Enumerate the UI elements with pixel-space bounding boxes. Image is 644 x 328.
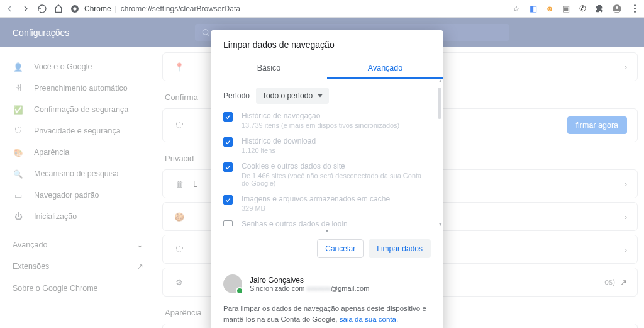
chevron-right-icon: › — [625, 245, 627, 254]
sidebar-item-privacy[interactable]: 🛡Privacidade e segurança — [0, 120, 156, 142]
period-label: Período — [223, 91, 250, 100]
sidebar-item-label: Aparência — [34, 148, 69, 157]
reload-icon[interactable] — [36, 3, 48, 14]
checkbox-subtitle: 1.120 itens — [242, 147, 316, 154]
scroll-up-icon[interactable]: ▴ — [439, 79, 442, 84]
chevron-right-icon: › — [625, 62, 627, 72]
checkbox-subtitle: De 1.466 sites (você não será desconecta… — [242, 172, 431, 187]
sidebar-item-label: Avançado — [13, 240, 47, 249]
chevron-down-icon: ⌄ — [136, 240, 143, 249]
extension-icon-1[interactable]: ◧ — [528, 4, 538, 14]
tab-advanced[interactable]: Avançado — [327, 57, 443, 79]
external-icon: ↗ — [136, 262, 143, 271]
clear-data-button[interactable]: Limpar dados — [369, 239, 431, 258]
checkbox-icon[interactable] — [223, 162, 233, 172]
sign-out-link[interactable]: saia da sua conta — [340, 315, 396, 323]
sidebar-about[interactable]: Sobre o Google Chrome — [0, 278, 156, 299]
extension-icon-2[interactable]: ☻ — [545, 4, 555, 14]
extension-icon-4[interactable]: ✆ — [577, 4, 587, 14]
sidebar-item-label: Inicialização — [34, 212, 77, 221]
profile-icon[interactable] — [611, 3, 623, 14]
scroll-thumb[interactable] — [438, 88, 441, 119]
account-row: Jairo Gonçalves Sincronizado com xxxxxxx… — [211, 267, 443, 300]
sidebar-item-label: Você e o Google — [34, 62, 92, 71]
sidebar-advanced[interactable]: Avançado⌄ — [0, 234, 156, 256]
shield-icon: 🛡 — [13, 125, 24, 137]
address-bar[interactable]: Chrome | chrome://settings/clearBrowserD… — [69, 3, 506, 14]
checkbox-title: Histórico de navegação — [242, 111, 399, 120]
back-icon[interactable] — [4, 3, 15, 14]
extensions-icon[interactable] — [594, 3, 605, 14]
chevron-right-icon: › — [625, 179, 627, 189]
forward-icon[interactable] — [20, 3, 31, 14]
checkbox-subtitle: 329 MB — [242, 205, 390, 212]
page-title: Configurações — [13, 28, 69, 38]
period-select[interactable]: Todo o período — [256, 88, 329, 104]
sidebar-item-search[interactable]: 🔍Mecanismo de pesquisa — [0, 163, 156, 184]
svg-line-5 — [208, 34, 209, 36]
trash-icon: 🗑 — [173, 178, 186, 190]
cookie-icon: 🍪 — [173, 210, 186, 223]
checkbox-icon[interactable] — [223, 112, 233, 122]
home-icon[interactable] — [53, 3, 64, 14]
external-icon: ↗ — [620, 278, 627, 287]
scrollbar[interactable]: ▴ ▾ — [438, 79, 441, 226]
avatar — [223, 274, 242, 293]
sidebar-item-appearance[interactable]: 🎨Aparência — [0, 142, 156, 163]
settings-sidebar: 👤Você e o Google 🗄Preenchimento automáti… — [0, 47, 156, 328]
star-icon[interactable]: ☆ — [511, 3, 522, 14]
svg-point-3 — [616, 6, 618, 9]
checkbox-title: Histórico de download — [242, 137, 316, 145]
checkbox-row-cookies[interactable]: Cookies e outros dados do siteDe 1.466 s… — [223, 162, 431, 187]
sidebar-item-you-google[interactable]: 👤Você e o Google — [0, 56, 156, 77]
shield-check-icon: 🛡 — [173, 119, 186, 132]
checkbox-icon[interactable] — [223, 137, 233, 147]
checkbox-row-passwords[interactable]: Senhas e outros dados de loginxxxxxxxxxx… — [223, 220, 431, 226]
account-name: Jairo Gonçalves — [250, 276, 369, 285]
dialog-tabs: Básico Avançado — [211, 57, 443, 79]
checkbox-row-download[interactable]: Histórico de download1.120 itens — [223, 137, 431, 154]
more-indicator: • — [211, 226, 443, 239]
browser-icon: ▭ — [13, 189, 24, 201]
checkbox-row-history[interactable]: Histórico de navegação13.739 itens (e ma… — [223, 111, 431, 129]
checkbox-icon[interactable] — [223, 195, 233, 205]
checkbox-title: Cookies e outros dados do site — [242, 162, 431, 171]
checkbox-title: Senhas e outros dados de login — [242, 220, 366, 226]
shield-check-icon: ✅ — [13, 104, 24, 115]
sidebar-item-label: Sobre o Google Chrome — [13, 284, 98, 293]
url-path: chrome://settings/clearBrowserData — [121, 4, 240, 13]
dialog-note: Para limpar os dados de navegação apenas… — [211, 300, 443, 328]
sidebar-item-label: Preenchimento automático — [34, 84, 128, 93]
url-scheme: Chrome — [84, 4, 111, 13]
autofill-icon: 🗄 — [13, 82, 24, 94]
sidebar-item-default[interactable]: ▭Navegador padrão — [0, 184, 156, 206]
clear-data-dialog: Limpar dados de navegação Básico Avançad… — [211, 30, 443, 328]
checkbox-icon[interactable] — [223, 220, 233, 226]
chevron-right-icon: › — [625, 212, 627, 222]
pin-icon: 📍 — [173, 60, 186, 73]
tab-basic[interactable]: Básico — [211, 57, 327, 79]
menu-icon[interactable] — [629, 3, 640, 14]
sidebar-item-startup[interactable]: ⏻Inicialização — [0, 206, 156, 227]
sidebar-item-label: Extensões — [13, 262, 49, 271]
sidebar-item-label: Confirmação de segurança — [34, 105, 128, 114]
sidebar-item-safety[interactable]: ✅Confirmação de segurança — [0, 99, 156, 120]
sidebar-item-autofill[interactable]: 🗄Preenchimento automático — [0, 77, 156, 99]
sliders-icon: ⚙ — [173, 276, 186, 288]
confirm-now-button[interactable]: firmar agora — [567, 116, 627, 134]
sidebar-item-label: Mecanismo de pesquisa — [34, 169, 119, 178]
scroll-down-icon[interactable]: ▾ — [439, 221, 442, 226]
extension-icon-3[interactable]: ▣ — [561, 4, 571, 14]
checkbox-subtitle: 13.739 itens (e mais em dispositivos sin… — [242, 122, 399, 129]
search-icon: 🔍 — [13, 168, 24, 179]
cancel-button[interactable]: Cancelar — [317, 239, 364, 258]
dialog-title: Limpar dados de navegação — [211, 30, 443, 57]
chrome-icon — [69, 3, 80, 14]
checkbox-row-cache[interactable]: Imagens e arquivos armazenados em cache3… — [223, 195, 431, 212]
checkbox-title: Imagens e arquivos armazenados em cache — [242, 195, 390, 203]
sidebar-item-label: Privacidade e segurança — [34, 127, 121, 135]
svg-point-1 — [73, 7, 76, 10]
sidebar-extensions[interactable]: Extensões↗ — [0, 256, 156, 278]
sync-badge-icon — [236, 287, 243, 295]
user-icon: 👤 — [13, 61, 24, 72]
